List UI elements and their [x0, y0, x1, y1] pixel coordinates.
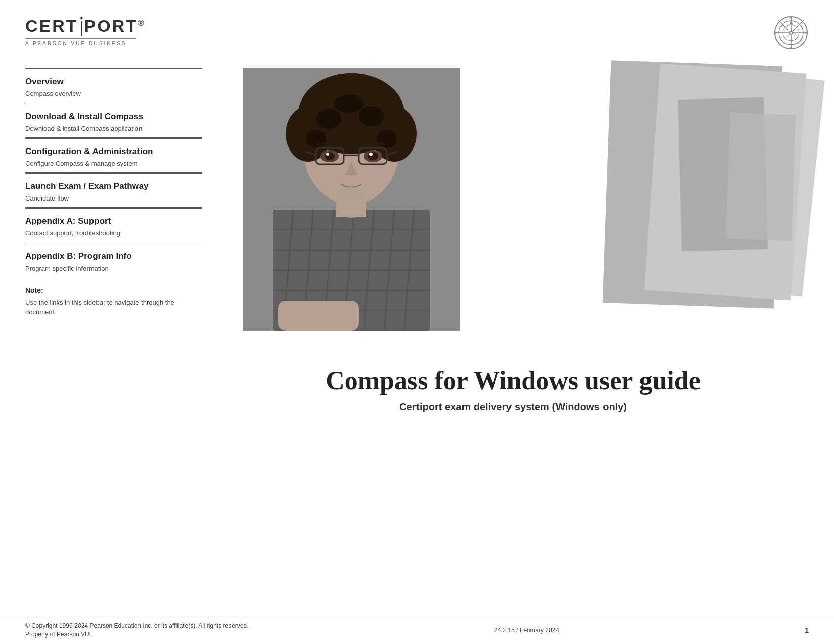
main-subtitle: Certiport exam delivery system (Windows … [326, 401, 701, 413]
sidebar-item-desc-overview: Compass overview [25, 90, 202, 97]
sidebar-item-desc-launch-exam: Candidate flow [25, 194, 202, 202]
sidebar-item-configuration[interactable]: Configuration & Administration Configure… [25, 137, 202, 172]
svg-point-9 [790, 47, 792, 49]
svg-point-51 [336, 187, 366, 200]
main-content: Overview Compass overview Download & Ins… [0, 58, 834, 616]
logo-subtitle: A PEARSON VUE BUSINESS [25, 41, 127, 46]
footer-left: © Copyright 1996-2024 Pearson Education … [25, 622, 249, 638]
page-container: CERT ✦ PORT® A PEARSON VUE BUSINESS [0, 0, 834, 644]
svg-point-36 [359, 106, 384, 126]
svg-point-35 [316, 109, 341, 129]
sidebar-item-title-appendix-b: Appendix B: Program Info [25, 251, 202, 262]
image-layer-front-2 [726, 113, 796, 241]
logo-port: PORT® [84, 16, 146, 36]
footer: © Copyright 1996-2024 Pearson Education … [0, 616, 834, 644]
logo-divider [81, 21, 82, 36]
sidebar-item-appendix-b[interactable]: Appendix B: Program Info Program specifi… [25, 242, 202, 277]
sidebar-note-title: Note: [25, 286, 202, 294]
header: CERT ✦ PORT® A PEARSON VUE BUSINESS [0, 0, 834, 58]
footer-center: 24.2.15 / February 2024 [494, 627, 559, 634]
svg-point-10 [775, 32, 777, 34]
svg-rect-53 [278, 301, 359, 331]
logo-star-icon: ✦ [79, 15, 84, 21]
svg-point-38 [377, 130, 397, 148]
image-stack [217, 63, 809, 356]
sidebar-item-title-configuration: Configuration & Administration [25, 146, 202, 157]
sidebar-item-launch-exam[interactable]: Launch Exam / Exam Pathway Candidate flo… [25, 172, 202, 207]
compass-icon-header [773, 15, 809, 51]
svg-point-39 [334, 94, 364, 113]
sidebar-item-download[interactable]: Download & Install Compass Download & in… [25, 103, 202, 137]
sidebar-item-title-overview: Overview [25, 76, 202, 87]
sidebar-note-text: Use the links in this sidebar to navigat… [25, 298, 202, 317]
sidebar-item-overview[interactable]: Overview Compass overview [25, 68, 202, 103]
svg-point-46 [325, 152, 335, 160]
footer-property: Property of Pearson VUE [25, 631, 249, 638]
right-content: Compass for Windows user guide Certiport… [217, 58, 809, 616]
footer-version: 24.2.15 / February 2024 [494, 627, 559, 634]
logo-i-with-star: ✦ [79, 15, 84, 36]
sidebar-item-desc-appendix-a: Contact support, troubleshooting [25, 229, 202, 237]
sidebar-item-desc-download: Download & install Compass application [25, 125, 202, 132]
svg-point-11 [805, 32, 807, 34]
sidebar: Overview Compass overview Download & Ins… [25, 58, 217, 616]
svg-point-37 [306, 130, 326, 148]
svg-point-50 [369, 153, 373, 156]
logo-area: CERT ✦ PORT® A PEARSON VUE BUSINESS [25, 15, 146, 46]
sidebar-item-desc-configuration: Configure Compass & manage system [25, 160, 202, 167]
logo-cert: CERT [25, 16, 78, 36]
person-illustration [243, 68, 460, 331]
sidebar-item-title-appendix-a: Appendix A: Support [25, 216, 202, 227]
sidebar-note: Note: Use the links in this sidebar to n… [25, 277, 202, 317]
footer-copyright: © Copyright 1996-2024 Pearson Education … [25, 622, 249, 629]
sidebar-item-desc-appendix-b: Program specific information [25, 265, 202, 272]
svg-point-49 [368, 152, 378, 160]
svg-point-13 [790, 32, 792, 34]
svg-point-47 [326, 153, 329, 156]
main-photo [243, 68, 460, 331]
sidebar-item-appendix-a[interactable]: Appendix A: Support Contact support, tro… [25, 207, 202, 242]
sidebar-item-title-launch-exam: Launch Exam / Exam Pathway [25, 181, 202, 192]
sidebar-item-title-download: Download & Install Compass [25, 111, 202, 122]
certiport-logo: CERT ✦ PORT® [25, 15, 146, 36]
svg-point-8 [790, 17, 792, 19]
footer-page-number: 1 [805, 626, 809, 634]
main-title: Compass for Windows user guide [326, 366, 701, 395]
title-area: Compass for Windows user guide Certiport… [315, 366, 711, 413]
compass-svg-icon [773, 15, 809, 51]
